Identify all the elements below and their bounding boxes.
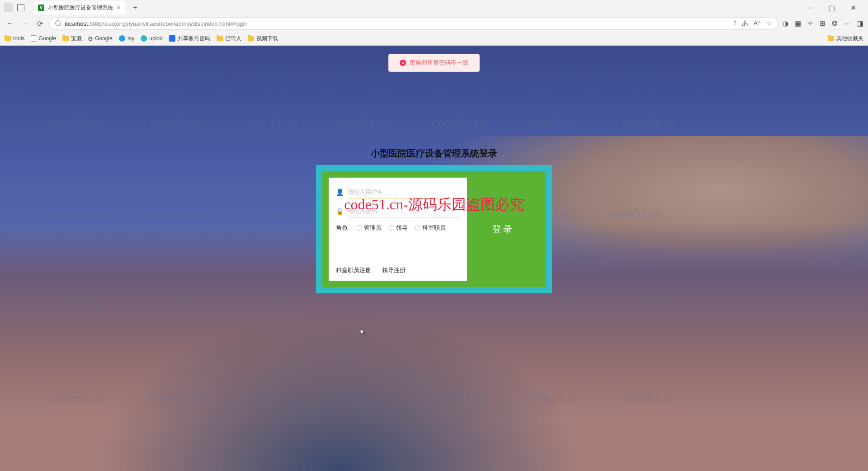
role-radio-1[interactable]: 领导: [389, 224, 408, 232]
bookmark-item-6[interactable]: 共享账号密码: [169, 35, 210, 42]
user-icon: 👤: [336, 188, 343, 196]
extensions-icon[interactable]: ⊞: [820, 19, 826, 28]
lock-icon: 🔒: [336, 207, 343, 215]
register-leader-link[interactable]: 领导注册: [382, 266, 406, 274]
login-form: 👤 🔒 角色 管理员领导科室职员 科室职员注册 领导注册: [329, 178, 467, 281]
translate-icon[interactable]: あ: [742, 19, 748, 28]
split-screen-icon[interactable]: ▣: [795, 19, 801, 28]
menu-icon[interactable]: ⋯: [844, 19, 851, 28]
window-minimize-icon[interactable]: —: [803, 2, 816, 14]
performance-icon[interactable]: ❂: [832, 19, 838, 28]
bookmarks-bar: toolsGoogle宝藏GGoogletxyuplod共享账号密码已导入视频下…: [0, 32, 868, 45]
page-content: code51.cncode51.cncode51.cncode51.cncode…: [0, 46, 868, 471]
username-input[interactable]: [348, 186, 460, 198]
url-bar[interactable]: ⓘ localhost:8080/xiaoxingyiyuanyiliaoshe…: [49, 17, 778, 30]
sidebar-icon[interactable]: ◨: [857, 19, 863, 28]
favorite-icon[interactable]: ☆: [766, 19, 772, 28]
password-input[interactable]: [348, 205, 460, 217]
bookmark-item-7[interactable]: 已导入: [217, 35, 241, 42]
error-alert: ✕ 密码和重复密码不一致: [388, 54, 480, 72]
vue-favicon-icon: V: [38, 5, 44, 11]
nav-refresh-icon[interactable]: ⟳: [35, 18, 45, 30]
shopping-icon[interactable]: ⤴: [733, 19, 736, 28]
read-aloud-icon[interactable]: A⁺: [754, 19, 761, 28]
bookmark-item-3[interactable]: GGoogle: [88, 35, 113, 42]
browser-tab[interactable]: V 小型医院医疗设备管理系统 ×: [33, 1, 125, 14]
login-button[interactable]: 登录: [492, 223, 514, 236]
role-radio-0[interactable]: 管理员: [357, 224, 382, 232]
tab-close-icon[interactable]: ×: [117, 4, 120, 11]
bookmark-item-8[interactable]: 视频下载: [248, 35, 278, 42]
error-icon: ✕: [400, 60, 406, 66]
url-text: localhost:8080/xiaoxingyiyuanyiliaoshebe…: [65, 20, 730, 27]
role-label: 角色: [336, 224, 348, 232]
tab-title: 小型医院医疗设备管理系统: [48, 4, 113, 12]
profile-icon[interactable]: [4, 3, 13, 12]
window-close-icon[interactable]: ✕: [846, 2, 860, 14]
bookmark-item-2[interactable]: 宝藏: [62, 35, 82, 42]
tab-add-icon[interactable]: +: [133, 4, 137, 12]
nav-bar: ← → ⟳ ⓘ localhost:8080/xiaoxingyiyuanyil…: [0, 15, 868, 32]
bookmark-item-5[interactable]: uplod: [141, 35, 162, 42]
login-card: 小型医院医疗设备管理系统登录 👤 🔒 角色 管理员领导科室职员: [316, 147, 552, 293]
role-row: 角色 管理员领导科室职员: [336, 224, 460, 232]
bookmark-item-1[interactable]: Google: [31, 35, 56, 42]
title-bar: V 小型医院医疗设备管理系统 × + — ▢ ✕: [0, 0, 868, 15]
bookmark-item-4[interactable]: txy: [119, 35, 134, 42]
register-staff-link[interactable]: 科室职员注册: [336, 266, 371, 274]
collections-icon[interactable]: ✧: [807, 19, 813, 28]
bookmark-item-0[interactable]: tools: [5, 35, 24, 42]
error-message: 密码和重复密码不一致: [410, 59, 468, 67]
copilot-icon[interactable]: ◑: [783, 19, 788, 28]
nav-back-icon[interactable]: ←: [5, 18, 15, 29]
tab-overview-icon[interactable]: [17, 4, 24, 11]
login-title: 小型医院医疗设备管理系统登录: [316, 147, 552, 160]
browser-chrome: V 小型医院医疗设备管理系统 × + — ▢ ✕ ← → ⟳ ⓘ localho…: [0, 0, 868, 46]
bookmark-other[interactable]: 其他收藏夹: [828, 35, 863, 42]
site-info-icon[interactable]: ⓘ: [55, 19, 61, 28]
nav-forward-icon: →: [20, 18, 31, 29]
role-radio-2[interactable]: 科室职员: [415, 224, 446, 232]
window-maximize-icon[interactable]: ▢: [825, 2, 838, 14]
